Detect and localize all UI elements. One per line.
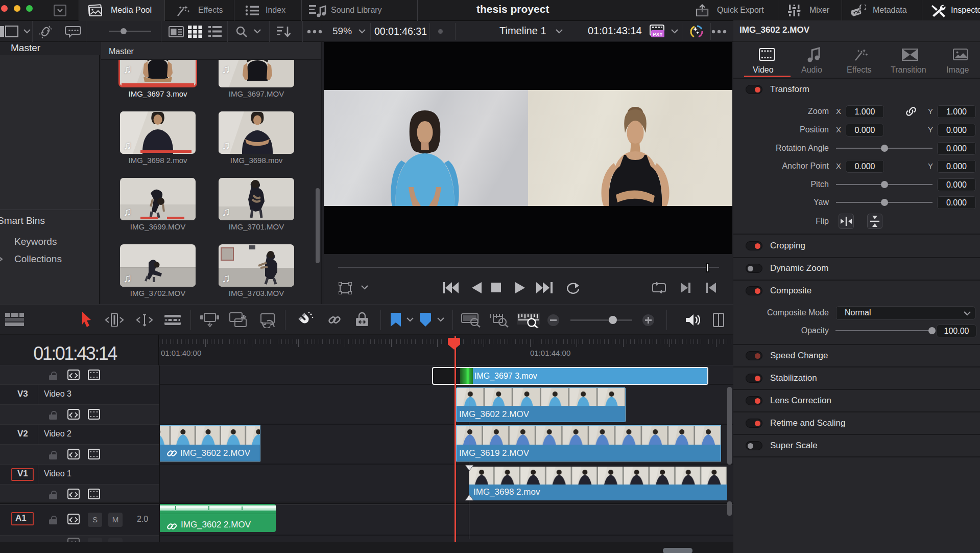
svg-text:PXY: PXY [653, 31, 663, 37]
